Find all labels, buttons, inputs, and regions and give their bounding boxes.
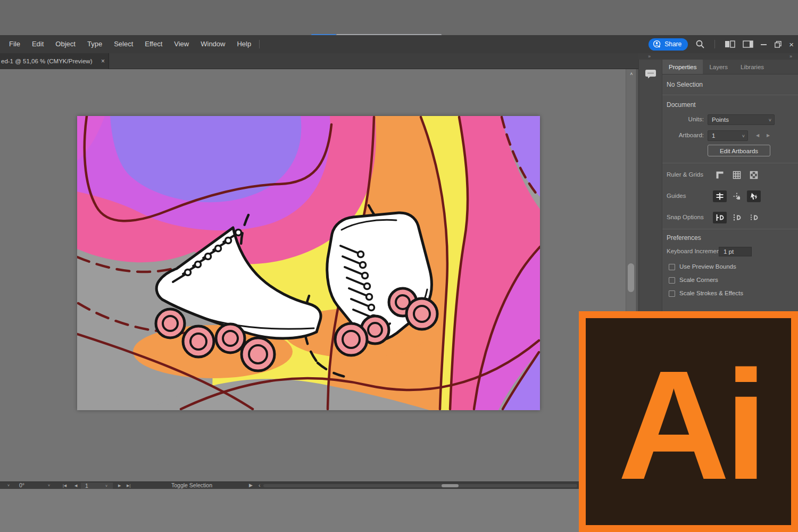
search-icon[interactable] [695,39,705,49]
mockup-background-top [0,0,798,35]
preference-row: Scale Strokes & Effects [662,289,798,298]
panel-divider [662,95,798,95]
scale-strokes-effects-checkbox[interactable] [669,290,675,297]
rotation-select-chevron-icon[interactable]: ˅ [48,482,50,489]
transparency-grid-icon[interactable] [747,169,761,181]
preferences-section-title: Preferences [667,234,701,242]
lock-guides-icon[interactable] [730,190,744,202]
selection-status: No Selection [667,81,703,88]
horizontal-scrollbar-thumb[interactable] [442,484,459,487]
menu-items: File Edit Object Type Select Effect View… [0,35,262,53]
first-artboard-icon[interactable]: |◀ [63,482,66,489]
preference-row: Scale Corners [662,276,798,285]
share-button[interactable]: Share [649,38,688,51]
workspace-switcher-icon[interactable] [743,40,753,48]
ruler-icon[interactable] [713,169,727,181]
next-artboard-icon[interactable]: ▶ [767,130,770,141]
snap-options-label: Snap Options [667,214,704,220]
scale-corners-checkbox[interactable] [669,277,675,284]
panel-divider [662,229,798,229]
toggle-selection-label[interactable]: Toggle Selection [171,482,212,489]
collapse-rail-icon[interactable]: » [648,53,651,60]
use-preview-bounds-checkbox[interactable] [669,264,675,270]
back-icon[interactable]: ‹ [259,482,261,489]
document-tab[interactable]: ed-1 @ 51,06 % (CMYK/Preview) × [0,53,109,69]
status-bar: ˅ 0° ˅ |◀ ◀ 1 ˅ ▶ ▶| Toggle Selection ▶ … [0,481,638,489]
previous-artboard-icon[interactable]: ◀ [74,482,77,489]
next-artboard-icon[interactable]: ▶ [118,482,121,489]
tab-properties[interactable]: Properties [662,60,703,74]
menu-effect[interactable]: Effect [139,35,168,53]
checkbox-label: Scale Strokes & Effects [679,290,743,296]
last-artboard-icon[interactable]: ▶| [127,482,130,489]
document-tab-title: ed-1 @ 51,06 % (CMYK/Preview) [1,58,92,64]
comments-panel-icon[interactable] [645,69,656,79]
checkbox-label: Use Preview Bounds [679,263,736,270]
vertical-scrollbar-thumb[interactable] [628,263,634,292]
horizontal-scrollbar[interactable] [263,484,577,487]
document-tab-close-icon[interactable]: × [101,53,105,69]
keyboard-increment-label: Keyboard Increment: [667,248,724,254]
artboard-navigation-field[interactable]: 1 ˅ [81,483,113,489]
collapse-panel-icon[interactable]: » [789,53,792,60]
panel-tabs: Properties Layers Libraries [662,60,798,74]
edit-artboards-button[interactable]: Edit Artboards [708,145,770,156]
tab-layers[interactable]: Layers [703,60,734,74]
menu-type[interactable]: Type [81,35,108,53]
rotation-value: 0° [19,482,24,489]
snap-to-pixel-icon[interactable] [747,212,761,223]
artboard-label: Artboard: [667,132,704,138]
app-window: File Edit Object Type Select Effect View… [0,0,798,532]
menu-window[interactable]: Window [195,35,231,53]
arrange-documents-icon[interactable] [725,40,735,48]
snap-to-point-icon[interactable] [713,212,727,223]
preference-row: Use Preview Bounds [662,263,798,271]
keyboard-increment-input[interactable]: 1 pt [719,247,752,256]
prev-artboard-icon[interactable]: ◀ [756,130,759,141]
menu-file[interactable]: File [3,35,26,53]
toolbar-divider [714,40,715,48]
illustrator-logo-mark: Ai [586,318,791,525]
chevron-down-icon: ˅ [769,115,771,125]
units-label: Units: [667,116,704,122]
panel-divider [662,163,798,163]
document-section-title: Document [667,101,696,109]
guides-label: Guides [667,193,686,199]
artboard-artwork [77,116,540,410]
units-select[interactable]: Points ˅ [708,114,775,125]
menu-select[interactable]: Select [108,35,139,53]
chevron-down-icon: ˅ [742,131,745,141]
snap-to-glyph-icon[interactable] [747,190,761,202]
close-window-icon[interactable]: × [789,40,794,48]
scroll-up-icon[interactable]: ˄ [626,71,637,77]
document-tab-bar: ed-1 @ 51,06 % (CMYK/Preview) × [0,53,638,69]
canvas-pasteboard[interactable] [0,69,626,481]
ruler-grids-label: Ruler & Grids [667,171,703,178]
tab-libraries[interactable]: Libraries [734,60,770,74]
snap-to-grid-icon[interactable] [730,212,744,223]
menu-object[interactable]: Object [49,35,81,53]
artboard-select[interactable]: 1 ˅ [708,130,748,141]
svg-text:Ai: Ai [618,338,762,512]
grid-icon[interactable] [730,169,744,181]
share-button-label: Share [664,40,681,48]
menu-bar: File Edit Object Type Select Effect View… [0,35,798,53]
menu-help[interactable]: Help [231,35,257,53]
show-guides-icon[interactable] [713,190,727,202]
invite-user-icon [653,40,661,48]
panel-column-header: » » [638,53,798,60]
menu-divider [259,40,260,48]
menu-edit[interactable]: Edit [26,35,49,53]
minimize-icon[interactable] [761,41,767,47]
menu-view[interactable]: View [168,35,195,53]
restore-window-icon[interactable] [775,41,782,48]
play-icon[interactable]: ▶ [249,482,253,489]
zoom-select-chevron-icon[interactable]: ˅ [7,482,10,489]
illustrator-logo: Ai [579,311,798,532]
checkbox-label: Scale Corners [679,277,718,283]
